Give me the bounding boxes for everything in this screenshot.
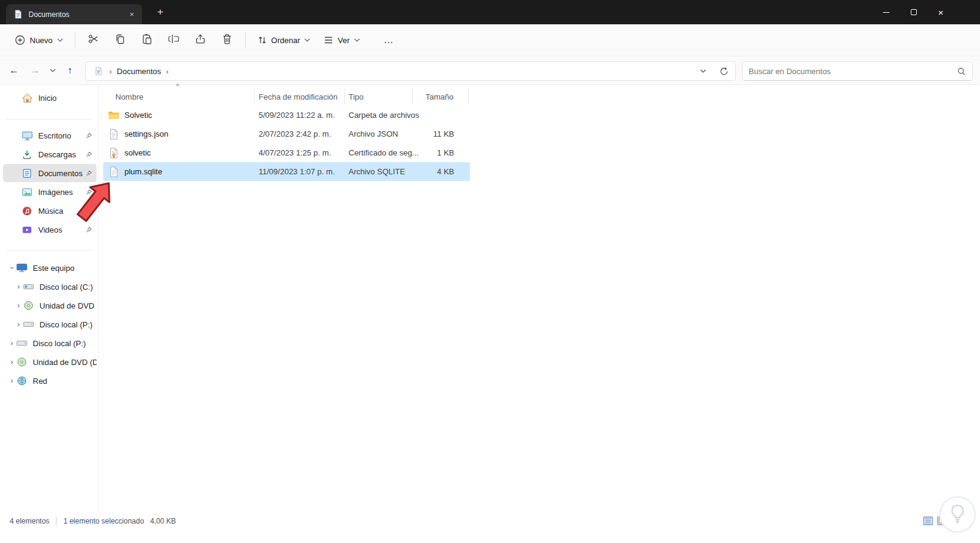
- cut-button[interactable]: [81, 29, 106, 51]
- file-row-solvetic-cert[interactable]: solvetic 4/07/2023 1:25 p. m. Certificad…: [103, 143, 470, 162]
- trash-icon: [222, 33, 232, 47]
- copy-icon: [115, 33, 126, 47]
- sidebar-item-unidad-dvd-1[interactable]: › Unidad de DVD (D: [3, 296, 97, 315]
- tab-documentos[interactable]: Documentos ×: [6, 4, 142, 24]
- new-button[interactable]: Nuevo: [9, 29, 69, 51]
- search-input[interactable]: [749, 67, 957, 76]
- chevron-collapsed-icon[interactable]: ›: [15, 320, 22, 329]
- sidebar-item-documentos[interactable]: Documentos: [3, 164, 97, 182]
- recent-locations-button[interactable]: [46, 61, 60, 80]
- sort-button-label: Ordenar: [271, 36, 301, 45]
- sidebar-item-inicio[interactable]: Inicio: [3, 89, 97, 107]
- sidebar-item-disco-local-p-1[interactable]: › Disco local (P:): [3, 315, 97, 333]
- sidebar-item-unidad-dvd-2[interactable]: › Unidad de DVD (D:): [3, 353, 97, 371]
- network-icon: [16, 376, 27, 386]
- chevron-collapsed-icon[interactable]: ›: [15, 301, 22, 310]
- status-bar: 4 elementos 1 elemento seleccionado 4,00…: [0, 512, 980, 530]
- pictures-icon: [21, 187, 33, 197]
- sidebar-divider: [6, 250, 92, 251]
- sidebar-item-descargas[interactable]: Descargas: [3, 145, 97, 163]
- file-icon: [108, 129, 119, 140]
- navigation-pane: Inicio Escritorio Descargas Documentos I…: [0, 85, 99, 512]
- this-pc-icon: [16, 263, 27, 273]
- drive-icon: [16, 340, 27, 347]
- sort-icon: [257, 35, 267, 45]
- chevron-collapsed-icon[interactable]: ›: [8, 339, 16, 347]
- dvd-icon: [22, 301, 34, 310]
- document-icon: [12, 10, 24, 19]
- command-bar: Nuevo Ordenar: [0, 24, 980, 56]
- file-row-plum-sqlite[interactable]: plum.sqlite 11/09/2023 1:07 p. m. Archiv…: [103, 162, 470, 181]
- breadcrumb-item-documentos[interactable]: Documentos: [117, 67, 161, 76]
- address-dropdown-button[interactable]: [695, 63, 711, 79]
- column-header-tamano[interactable]: Tamaño: [413, 89, 469, 104]
- details-view-button[interactable]: [923, 516, 933, 525]
- toolbar-separator: [75, 33, 75, 47]
- pin-icon: [86, 132, 92, 139]
- sidebar-item-este-equipo[interactable]: › Este equipo: [3, 259, 97, 277]
- sort-button[interactable]: Ordenar: [251, 29, 317, 51]
- column-header-tipo[interactable]: Tipo: [345, 89, 413, 104]
- file-row-settings-json[interactable]: settings.json 2/07/2023 2:42 p. m. Archi…: [103, 125, 470, 143]
- sidebar-item-escritorio[interactable]: Escritorio: [3, 126, 97, 145]
- file-list: ^ Nombre Fecha de modificación Tipo Tama…: [103, 89, 470, 181]
- column-header-fecha[interactable]: Fecha de modificación: [255, 89, 345, 104]
- back-button[interactable]: ←: [5, 61, 23, 80]
- folder-icon: [108, 111, 119, 120]
- address-bar[interactable]: › Documentos ›: [85, 61, 736, 81]
- documents-icon: [21, 168, 33, 179]
- status-divider: [56, 517, 56, 525]
- refresh-button[interactable]: [716, 63, 732, 79]
- column-headers: Nombre Fecha de modificación Tipo Tamaño: [103, 89, 470, 104]
- titlebar: Documentos × + ×: [0, 0, 980, 24]
- window-controls: ×: [873, 0, 954, 24]
- copy-button[interactable]: [107, 29, 133, 51]
- chevron-collapsed-icon[interactable]: ›: [15, 282, 22, 291]
- maximize-button[interactable]: [900, 0, 927, 24]
- forward-button[interactable]: →: [26, 61, 44, 80]
- tab-close-button[interactable]: ×: [126, 9, 137, 20]
- pin-icon: [86, 151, 92, 158]
- view-button[interactable]: Ver: [318, 29, 366, 51]
- navigation-bar: ← → ↑ › Documentos ›: [0, 57, 980, 85]
- rename-icon: [168, 34, 180, 46]
- sidebar-item-imagenes[interactable]: Imágenes: [3, 183, 97, 201]
- selection-count: 1 elemento seleccionado: [63, 517, 144, 525]
- chevron-collapsed-icon[interactable]: ›: [8, 377, 16, 385]
- search-box[interactable]: [742, 61, 973, 81]
- delete-button[interactable]: [214, 29, 240, 51]
- sidebar-divider: [6, 119, 92, 120]
- sidebar-item-musica[interactable]: Música: [3, 202, 97, 220]
- home-icon: [21, 93, 33, 103]
- pin-icon: [86, 208, 92, 214]
- new-tab-button[interactable]: +: [153, 5, 168, 20]
- sidebar-item-red[interactable]: › Red: [3, 372, 97, 390]
- sidebar-item-disco-local-c[interactable]: › Disco local (C:): [3, 278, 97, 296]
- sidebar-item-disco-local-p-2[interactable]: › Disco local (P:): [3, 334, 97, 352]
- up-button[interactable]: ↑: [61, 61, 79, 80]
- more-options-button[interactable]: …: [376, 29, 401, 51]
- column-header-nombre[interactable]: Nombre: [103, 89, 255, 104]
- share-button[interactable]: [188, 29, 213, 51]
- rename-button[interactable]: [161, 29, 186, 51]
- search-icon[interactable]: [957, 67, 966, 76]
- desktop-icon: [21, 131, 33, 141]
- maximize-icon: [911, 9, 917, 15]
- paste-button[interactable]: [134, 29, 160, 51]
- pin-icon: [86, 170, 92, 177]
- chevron-collapsed-icon[interactable]: ›: [8, 358, 16, 366]
- minimize-icon: [883, 12, 890, 13]
- view-button-label: Ver: [338, 36, 350, 45]
- chevron-expanded-icon[interactable]: ›: [8, 264, 16, 272]
- sidebar-item-videos[interactable]: Videos: [3, 220, 97, 239]
- location-icon: [93, 67, 104, 75]
- file-rows: Solvetic 5/09/2023 11:22 a. m. Carpeta d…: [103, 106, 470, 181]
- dvd-icon: [16, 357, 27, 367]
- pin-icon: [86, 189, 92, 196]
- items-count: 4 elementos: [10, 517, 49, 525]
- lightbulb-icon: [949, 504, 966, 525]
- minimize-button[interactable]: [873, 0, 900, 24]
- file-row-solvetic-folder[interactable]: Solvetic 5/09/2023 11:22 a. m. Carpeta d…: [103, 106, 470, 125]
- close-button[interactable]: ×: [927, 0, 954, 24]
- chevron-down-icon: [354, 38, 360, 42]
